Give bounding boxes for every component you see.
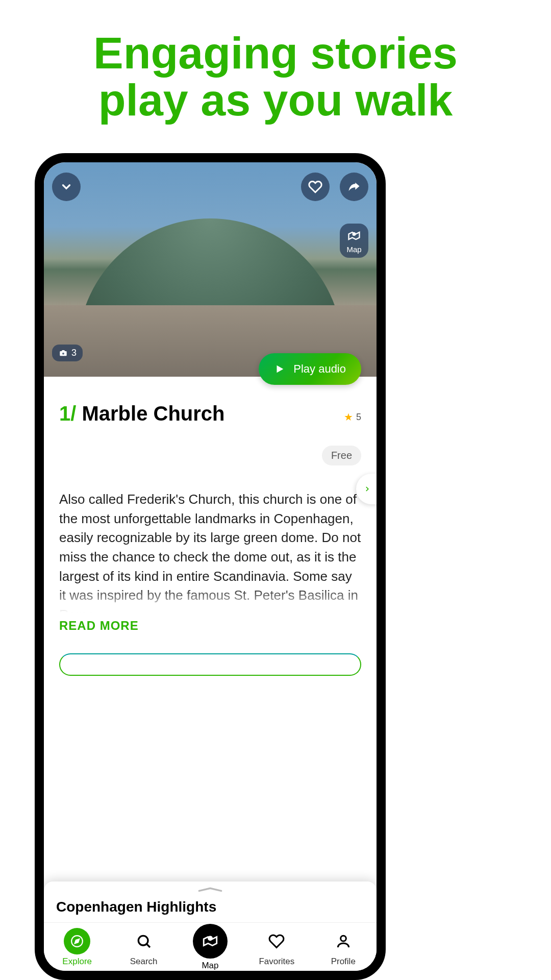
photo-count-badge[interactable]: 3 bbox=[52, 345, 83, 361]
play-icon bbox=[274, 363, 285, 375]
map-nav-icon bbox=[202, 933, 219, 950]
open-map-button[interactable]: Map bbox=[340, 224, 368, 258]
map-pin-icon bbox=[347, 229, 361, 243]
poi-content: 1/ Marble Church ★ 5 Free Also called Fr… bbox=[44, 377, 377, 971]
svg-line-6 bbox=[146, 944, 150, 947]
related-card[interactable] bbox=[59, 653, 361, 676]
nav-search[interactable]: Search bbox=[113, 928, 174, 967]
poi-description: Also called Frederik's Church, this chur… bbox=[59, 490, 361, 612]
search-icon bbox=[136, 933, 152, 949]
photo-count-value: 3 bbox=[71, 348, 77, 358]
camera-icon bbox=[58, 349, 68, 357]
poi-hero-image[interactable]: Map 3 bbox=[44, 162, 377, 377]
star-icon: ★ bbox=[344, 411, 353, 423]
chevron-right-icon bbox=[364, 483, 371, 495]
nav-map-label: Map bbox=[202, 961, 218, 971]
map-chip-label: Map bbox=[340, 245, 368, 254]
chevron-down-icon bbox=[60, 180, 73, 193]
heart-icon bbox=[308, 180, 322, 194]
poi-title: 1/ Marble Church bbox=[59, 402, 225, 425]
favorite-button[interactable] bbox=[301, 173, 330, 201]
read-more-button[interactable]: READ MORE bbox=[59, 619, 361, 633]
app-screen: Map 3 Play audio 1/ Marble Church ★ 5 bbox=[44, 162, 377, 971]
compass-icon bbox=[70, 935, 84, 948]
svg-marker-4 bbox=[75, 939, 80, 944]
svg-marker-2 bbox=[277, 365, 284, 373]
share-arrow-icon bbox=[347, 180, 361, 194]
marketing-headline: Engaging stories play as you walk bbox=[0, 0, 551, 124]
bottom-nav: Explore Search Map bbox=[44, 922, 377, 971]
play-audio-label: Play audio bbox=[293, 362, 346, 376]
nav-favorites[interactable]: Favorites bbox=[246, 928, 307, 967]
svg-point-0 bbox=[353, 233, 356, 235]
svg-point-7 bbox=[208, 937, 212, 940]
nav-profile[interactable]: Profile bbox=[313, 928, 374, 967]
rating-value: 5 bbox=[356, 412, 361, 423]
nav-explore-label: Explore bbox=[62, 957, 92, 967]
svg-point-8 bbox=[340, 936, 346, 941]
play-audio-button[interactable]: Play audio bbox=[259, 353, 361, 385]
nav-explore[interactable]: Explore bbox=[46, 928, 108, 967]
tour-title: Copenhagen Highlights bbox=[44, 899, 377, 922]
nav-favorites-label: Favorites bbox=[259, 957, 294, 967]
nav-map[interactable]: Map bbox=[180, 928, 241, 971]
nav-search-label: Search bbox=[130, 957, 158, 967]
poi-index: 1/ bbox=[59, 402, 76, 425]
headline-line-2: play as you walk bbox=[0, 77, 551, 124]
tour-bottom-sheet[interactable]: Copenhagen Highlights Explore Search bbox=[44, 881, 377, 971]
poi-name: Marble Church bbox=[82, 402, 224, 425]
share-button[interactable] bbox=[340, 173, 368, 201]
phone-mockup-frame: Map 3 Play audio 1/ Marble Church ★ 5 bbox=[35, 153, 386, 980]
heart-nav-icon bbox=[268, 933, 285, 949]
headline-line-1: Engaging stories bbox=[0, 30, 551, 77]
svg-point-1 bbox=[62, 352, 64, 354]
nav-profile-label: Profile bbox=[331, 957, 356, 967]
price-badge: Free bbox=[322, 446, 361, 465]
svg-point-5 bbox=[138, 936, 148, 945]
poi-rating: ★ 5 bbox=[344, 411, 361, 423]
collapse-button[interactable] bbox=[52, 173, 81, 201]
person-icon bbox=[335, 933, 352, 949]
sheet-handle-icon[interactable] bbox=[195, 887, 226, 892]
